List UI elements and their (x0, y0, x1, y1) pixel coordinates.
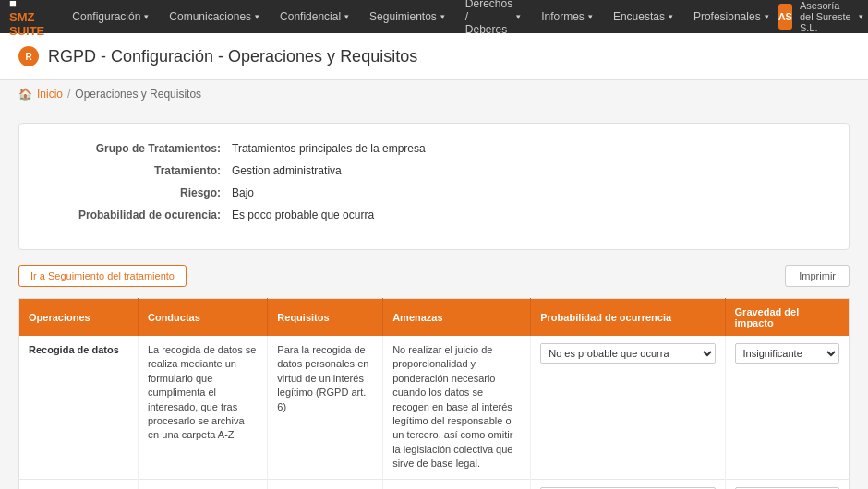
nav-comunicaciones[interactable]: Comunicaciones ▾ (160, 0, 269, 33)
cell-amenaza: Tratar datos personales en soportes auto… (383, 479, 531, 489)
breadcrumb-current: Operaciones y Requisitos (75, 88, 201, 101)
company-chevron-icon: ▾ (859, 12, 863, 21)
brand-text: ■ SMZ SUITE (9, 0, 44, 38)
info-value-grupo: Tratamientos principales de la empresa (232, 142, 426, 155)
info-value-tratamiento: Gestion administrativa (232, 164, 342, 177)
cell-requisito: Para acreditar las seguridades técnicas … (268, 479, 383, 489)
seguimiento-button[interactable]: Ir a Seguimiento del tratamiento (18, 265, 187, 287)
chevron-down-icon: ▾ (344, 12, 349, 21)
info-value-probabilidad: Es poco probable que ocurra (232, 209, 374, 221)
cell-amenaza: No realizar el juicio de proporcionalida… (383, 336, 531, 479)
navbar: ■ SMZ SUITE Configuración ▾ Comunicacion… (0, 0, 868, 33)
table-row: Recogida de datosLa recogida de datos se… (19, 336, 850, 479)
info-value-riesgo: Bajo (232, 186, 254, 199)
chevron-down-icon: ▾ (255, 12, 259, 21)
info-label-grupo: Grupo de Tratamientos: (47, 142, 232, 155)
table-header-row: Operaciones Conductas Requisitos Amenaza… (19, 299, 850, 337)
brand-smz: SMZ SUITE (9, 10, 44, 38)
info-card: Grupo de Tratamientos: Tratamientos prin… (18, 123, 850, 250)
nav-configuracion[interactable]: Configuración ▾ (63, 0, 158, 33)
info-row-tratamiento: Tratamiento: Gestion administrativa (47, 164, 821, 177)
breadcrumb: 🏠 Inicio / Operaciones y Requisitos (0, 80, 868, 108)
info-row-grupo: Grupo de Tratamientos: Tratamientos prin… (47, 142, 821, 155)
col-header-amenazas: Amenazas (383, 299, 531, 337)
breadcrumb-sep: / (67, 88, 70, 101)
nav-confidencial[interactable]: Confidencial ▾ (271, 0, 358, 33)
info-label-tratamiento: Tratamiento: (47, 164, 232, 177)
cell-probabilidad[interactable]: No es probable que ocurraEs poco probabl… (531, 336, 725, 479)
cell-gravedad[interactable]: InsignificanteModeradaInexistenteGraveMu… (725, 336, 849, 479)
cell-operacion: Recogida de datos (19, 336, 139, 479)
chevron-down-icon: ▾ (669, 12, 673, 21)
nav-profesionales[interactable]: Profesionales ▾ (684, 0, 778, 33)
company-logo: AS (778, 4, 792, 30)
info-row-probabilidad: Probabilidad de ocurencia: Es poco proba… (47, 209, 821, 221)
col-header-operaciones: Operaciones (19, 299, 139, 337)
probabilidad-select[interactable]: No es probable que ocurraEs poco probabl… (540, 343, 715, 364)
cell-operacion: Utilización de los datos (19, 479, 139, 489)
col-header-conductas: Conductas (138, 299, 267, 337)
imprimir-button[interactable]: Imprimir (785, 265, 850, 287)
company-name: Asesoría del Sureste S.L. (800, 0, 851, 33)
chevron-down-icon: ▾ (516, 12, 521, 21)
cell-requisito: Para la recogida de datos personales en … (268, 336, 383, 479)
info-label-riesgo: Riesgo: (47, 186, 232, 199)
cell-probabilidad[interactable]: No es probable que ocurraEs poco probabl… (531, 479, 725, 489)
breadcrumb-home[interactable]: Inicio (37, 88, 63, 101)
gravedad-select[interactable]: InsignificanteModeradaInexistenteGraveMu… (735, 343, 839, 364)
chevron-down-icon: ▾ (440, 12, 445, 21)
col-header-requisitos: Requisitos (268, 299, 383, 337)
nav-seguimientos[interactable]: Seguimientos ▾ (360, 0, 454, 33)
rgpd-badge: R (18, 46, 39, 66)
col-header-gravedad: Gravedad del impacto (725, 299, 849, 337)
page-title: RGPD - Configuración - Operaciones y Req… (48, 47, 417, 66)
nav-encuestas[interactable]: Encuestas ▾ (604, 0, 682, 33)
cell-gravedad[interactable]: InsignificanteModeradaInexistenteGraveMu… (725, 479, 849, 489)
nav-informes[interactable]: Informes ▾ (532, 0, 602, 33)
chevron-down-icon: ▾ (765, 12, 769, 21)
brand-logo: ■ SMZ SUITE (9, 0, 44, 38)
info-label-probabilidad: Probabilidad de ocurencia: (47, 209, 232, 221)
table-row: Utilización de los datosLos datos se uti… (19, 479, 850, 489)
chevron-down-icon: ▾ (144, 12, 149, 21)
nav-items: Configuración ▾ Comunicaciones ▾ Confide… (63, 0, 778, 33)
nav-right: AS Asesoría del Sureste S.L. ▾ (778, 0, 863, 33)
info-row-riesgo: Riesgo: Bajo (47, 186, 821, 199)
home-icon: 🏠 (18, 88, 32, 101)
col-header-probabilidad: Probabilidad de ocurrencia (531, 299, 725, 337)
main-content: Grupo de Tratamientos: Tratamientos prin… (0, 108, 868, 489)
cell-conducta: La recogida de datos se realiza mediante… (138, 336, 267, 479)
chevron-down-icon: ▾ (588, 12, 593, 21)
operations-table: Operaciones Conductas Requisitos Amenaza… (18, 298, 850, 489)
action-bar: Ir a Seguimiento del tratamiento Imprimi… (18, 265, 850, 287)
cell-conducta: Los datos se utilizan para elaborar la f… (138, 479, 267, 489)
page-header: R RGPD - Configuración - Operaciones y R… (0, 33, 868, 80)
nav-derechos[interactable]: Derechos / Deberes ▾ (456, 0, 530, 33)
